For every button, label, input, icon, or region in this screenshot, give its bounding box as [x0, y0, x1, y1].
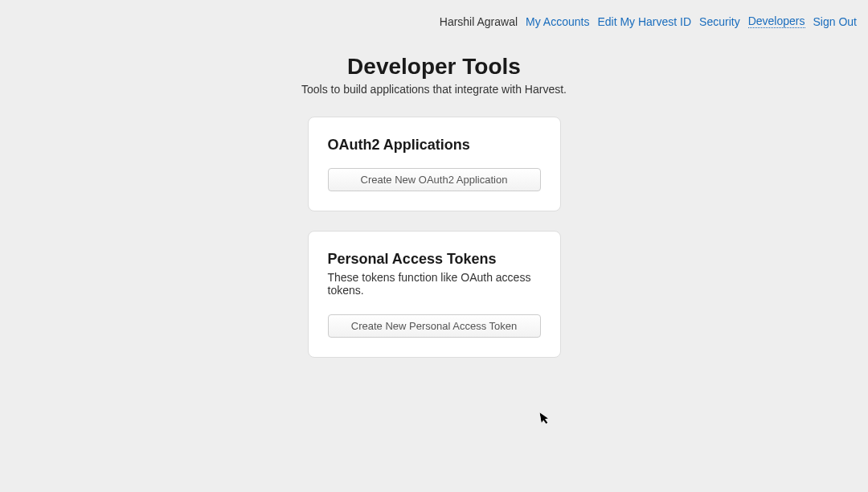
nav-security[interactable]: Security — [699, 15, 740, 28]
main-content: Developer Tools Tools to build applicati… — [180, 54, 688, 358]
page-title: Developer Tools — [180, 54, 688, 80]
oauth-applications-card: OAuth2 Applications Create New OAuth2 Ap… — [308, 117, 561, 211]
nav-my-accounts[interactable]: My Accounts — [526, 15, 589, 28]
create-oauth-application-button[interactable]: Create New OAuth2 Application — [328, 168, 541, 191]
nav-developers[interactable]: Developers — [748, 14, 805, 28]
create-personal-access-token-button[interactable]: Create New Personal Access Token — [328, 314, 541, 338]
page-subtitle: Tools to build applications that integra… — [180, 83, 688, 96]
pat-card-title: Personal Access Tokens — [328, 251, 541, 268]
top-nav: Harshil Agrawal My Accounts Edit My Harv… — [0, 0, 868, 28]
nav-edit-harvest-id[interactable]: Edit My Harvest ID — [597, 15, 691, 28]
personal-access-tokens-card: Personal Access Tokens These tokens func… — [308, 231, 561, 358]
nav-sign-out[interactable]: Sign Out — [813, 15, 857, 28]
cards-wrapper: OAuth2 Applications Create New OAuth2 Ap… — [308, 117, 561, 358]
oauth-card-title: OAuth2 Applications — [328, 137, 541, 154]
user-name-label: Harshil Agrawal — [440, 15, 518, 28]
cursor-icon — [539, 411, 551, 428]
pat-card-desc: These tokens function like OAuth access … — [328, 271, 541, 297]
